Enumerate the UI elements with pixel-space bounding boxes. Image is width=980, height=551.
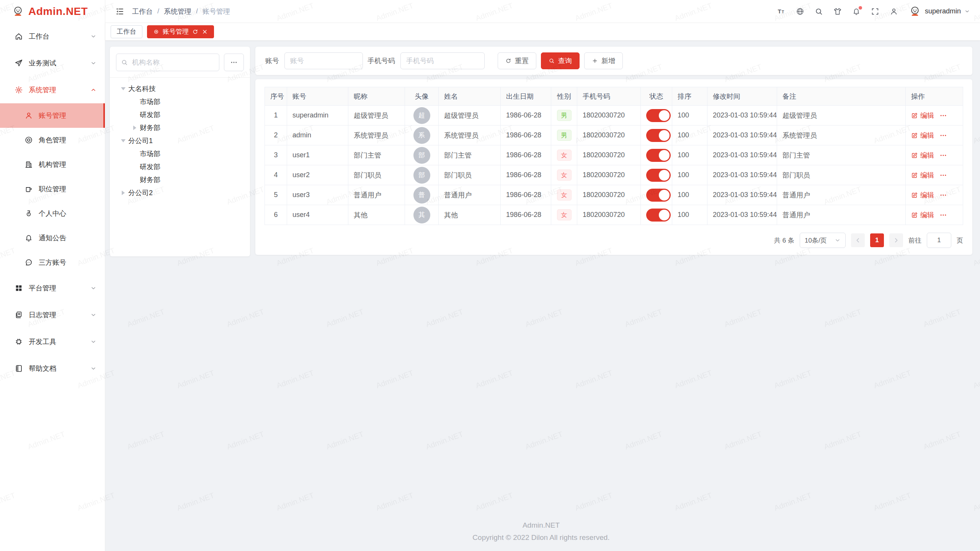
edit-button[interactable]: 编辑 [911, 151, 934, 160]
page-size-select[interactable]: 10条/页 [800, 233, 846, 248]
sidebar-item-role-mgmt[interactable]: 角色管理 [0, 128, 105, 152]
cell-nickname: 部门主管 [348, 145, 405, 165]
notification-icon[interactable] [852, 7, 861, 16]
refresh-tab-icon[interactable] [192, 29, 198, 35]
status-toggle[interactable] [646, 169, 671, 182]
status-toggle[interactable] [646, 129, 671, 142]
tree-node-label: 市场部 [140, 149, 160, 158]
grid-icon [15, 284, 23, 292]
cell-status [641, 126, 672, 145]
tree-node-label: 研发部 [140, 110, 160, 119]
edit-button[interactable]: 编辑 [911, 111, 934, 120]
prev-page-button[interactable] [851, 233, 865, 247]
tree-node-label: 分公司1 [128, 136, 153, 145]
status-toggle[interactable] [646, 189, 671, 202]
more-icon [230, 59, 238, 66]
phone-input[interactable] [400, 52, 485, 69]
theme-icon[interactable] [833, 7, 842, 16]
search-button[interactable]: 查询 [541, 52, 580, 69]
more-actions-button[interactable] [939, 211, 947, 219]
status-toggle[interactable] [646, 149, 671, 162]
cell-index: 6 [265, 205, 287, 225]
sidebar-item-log-mgmt[interactable]: 日志管理 [0, 302, 105, 328]
user-menu[interactable]: superadmin [908, 5, 970, 18]
sidebar-item-help-docs[interactable]: 帮助文档 [0, 355, 105, 382]
more-actions-button[interactable] [939, 112, 947, 119]
collapse-sidebar-icon[interactable] [115, 7, 124, 16]
cell-nickname: 部门职员 [348, 165, 405, 185]
add-button[interactable]: 新增 [584, 52, 623, 69]
column-header: 昵称 [348, 87, 405, 106]
breadcrumb-separator: / [196, 7, 198, 15]
search-icon[interactable] [815, 7, 823, 16]
tab-workbench[interactable]: 工作台 [111, 25, 142, 38]
sidebar-item-dev-tools[interactable]: 开发工具 [0, 328, 105, 355]
org-tree-panel: 大名科技市场部研发部财务部分公司1市场部研发部财务部分公司2 [110, 47, 250, 256]
language-icon[interactable] [796, 7, 804, 16]
cell-gender: 女 [551, 185, 577, 205]
sidebar-item-system-mgmt[interactable]: 系统管理 [0, 77, 105, 103]
caret-open-icon[interactable] [118, 139, 128, 142]
search-icon [549, 58, 555, 64]
status-toggle[interactable] [646, 209, 671, 222]
sidebar-item-platform-mgmt[interactable]: 平台管理 [0, 275, 105, 302]
sidebar-item-notice[interactable]: 通知公告 [0, 226, 105, 250]
footer: Admin.NET Copyright © 2022 Dilon All rig… [110, 515, 972, 546]
tree-more-button[interactable] [224, 54, 244, 71]
next-page-button[interactable] [889, 233, 903, 247]
search-icon [121, 59, 128, 66]
edit-label: 编辑 [920, 131, 934, 140]
fullscreen-icon[interactable] [871, 7, 879, 16]
tree-node[interactable]: 分公司1 [116, 134, 244, 147]
goto-page-input[interactable] [927, 233, 951, 248]
edit-button[interactable]: 编辑 [911, 191, 934, 200]
tree-node[interactable]: 市场部 [116, 95, 244, 108]
status-toggle[interactable] [646, 109, 671, 122]
tree-node[interactable]: 财务部 [116, 121, 244, 134]
tree-node[interactable]: 分公司2 [116, 186, 244, 199]
org-search-box[interactable] [116, 54, 219, 71]
more-actions-button[interactable] [939, 191, 947, 199]
sidebar-item-org-mgmt[interactable]: 机构管理 [0, 152, 105, 177]
edit-label: 编辑 [920, 210, 934, 220]
tree-node[interactable]: 研发部 [116, 160, 244, 173]
account-input[interactable] [284, 52, 363, 69]
caret-closed-icon[interactable] [130, 126, 140, 130]
cell-remark: 普通用户 [777, 185, 906, 205]
caret-open-icon[interactable] [118, 87, 128, 90]
cell-remark: 超级管理员 [777, 106, 906, 126]
cell-modified-time: 2023-01-03 10:59:44 [707, 145, 777, 165]
breadcrumb-item[interactable]: 系统管理 [164, 7, 191, 16]
reset-button[interactable]: 重置 [498, 52, 536, 69]
sidebar-item-workbench[interactable]: 工作台 [0, 23, 105, 50]
edit-button[interactable]: 编辑 [911, 210, 934, 220]
sidebar-item-account-mgmt[interactable]: 账号管理 [0, 103, 105, 128]
tree-node[interactable]: 市场部 [116, 147, 244, 160]
sidebar-item-business-test[interactable]: 业务测试 [0, 50, 105, 77]
cell-name: 部门主管 [439, 145, 501, 165]
more-actions-button[interactable] [939, 152, 947, 159]
caret-closed-icon[interactable] [118, 191, 128, 195]
font-size-icon[interactable]: TT [777, 7, 786, 16]
tree-node[interactable]: 研发部 [116, 108, 244, 121]
cell-avatar: 其 [405, 205, 439, 225]
tree-node[interactable]: 大名科技 [116, 82, 244, 95]
breadcrumb-item[interactable]: 工作台 [132, 7, 153, 16]
tree-node[interactable]: 财务部 [116, 173, 244, 186]
close-tab-icon[interactable] [202, 29, 208, 35]
tab-account-mgmt[interactable]: 账号管理 [147, 25, 214, 38]
edit-button[interactable]: 编辑 [911, 171, 934, 180]
org-search-input[interactable] [131, 58, 214, 67]
logo[interactable]: Admin.NET [0, 0, 105, 23]
sidebar-item-position-mgmt[interactable]: 职位管理 [0, 177, 105, 201]
right-column: 账号 手机号码 重置 查询 [255, 47, 972, 255]
sidebar-item-user-center[interactable]: 个人中心 [0, 201, 105, 226]
cell-status [641, 165, 672, 185]
edit-button[interactable]: 编辑 [911, 131, 934, 140]
cell-remark: 普通用户 [777, 205, 906, 225]
profile-icon[interactable] [890, 7, 898, 16]
page-number-1[interactable]: 1 [870, 233, 884, 247]
sidebar-item-third-account[interactable]: 三方账号 [0, 250, 105, 275]
more-actions-button[interactable] [939, 171, 947, 179]
more-actions-button[interactable] [939, 132, 947, 139]
